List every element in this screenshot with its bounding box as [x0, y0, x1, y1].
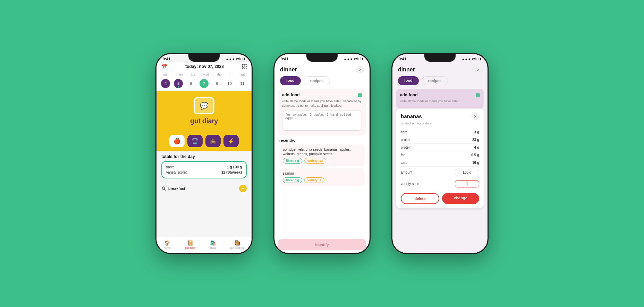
action-btn-poop[interactable]: 💩	[205, 135, 221, 147]
cal-day-sun: sun	[163, 73, 169, 76]
delete-button[interactable]: delete	[401, 193, 439, 204]
food-item-2[interactable]: salmon fibre: 0 g variety: 1	[279, 168, 365, 186]
close-button-3[interactable]: ×	[474, 66, 482, 73]
food-item-1[interactable]: porridge, kefir, chia seeds, bananas, ap…	[279, 144, 365, 166]
tab-food-2[interactable]: food	[280, 76, 301, 85]
status-icons-1: ▲▲▲ WiFi ▮	[226, 57, 245, 61]
date-10[interactable]: 10	[225, 79, 234, 88]
phone-2: 9:41 ▲▲▲ WiFi ▮ dinner × food recipes ad…	[273, 53, 371, 254]
nav-cooking[interactable]: 🥘 gut cooking	[230, 240, 244, 249]
qr-icon-3[interactable]: ▦	[475, 92, 480, 98]
close-button-2[interactable]: ×	[356, 66, 364, 73]
amount-row: amount 100 g	[401, 167, 479, 178]
date-4[interactable]: 4	[161, 79, 170, 88]
date-8[interactable]: 8	[212, 79, 221, 88]
product-close-button[interactable]: ×	[472, 113, 479, 120]
add-food-title-3: add food ▦	[400, 92, 480, 98]
time-1: 9:41	[163, 57, 170, 61]
bottom-nav: 🏠 home 📔 gut diary 🛍️ shop 🥘 gut cooking	[156, 237, 252, 253]
variety-label-p: variety score	[401, 182, 421, 186]
fibre-row: fibre: 1 g / 30 g	[166, 165, 242, 170]
tab-bar-2: food recipes	[274, 76, 370, 89]
hero-title: gut diary	[190, 117, 218, 125]
badge-row-1: fibre: 8 g variety: 23	[283, 158, 361, 164]
fibre-label-p: fibre	[401, 130, 407, 134]
date-6[interactable]: 6	[187, 79, 196, 88]
add-food-label: add food	[282, 93, 300, 97]
time-3: 9:41	[399, 57, 406, 61]
variety-label: variety score:	[166, 170, 187, 174]
nutrient-fat: fat 0.5 g	[401, 151, 479, 159]
battery-icon: ▮	[244, 57, 245, 61]
action-btn-trash[interactable]: 🗑️	[187, 135, 203, 147]
photo-icon[interactable]: 🖼	[242, 64, 247, 69]
food-input-2[interactable]	[282, 111, 362, 131]
protein1-value-p: 23 g	[472, 138, 479, 142]
breakfast-text: breakfast	[168, 186, 185, 191]
tab-bar-3: food recipes	[392, 76, 488, 89]
variety-row-p: variety score 1	[401, 178, 479, 190]
nav-shop[interactable]: 🛍️ shop	[210, 240, 216, 249]
protein2-label-p: protein	[401, 146, 412, 149]
header-bar-1: 📅 today: nov 07, 2023 🖼	[156, 62, 252, 71]
product-subtitle: product or recipe data	[401, 122, 479, 125]
hero-section: 💬 gut diary	[156, 91, 252, 131]
nav-diary-label: gut diary	[185, 246, 196, 249]
battery-icon-3: ▮	[480, 57, 481, 61]
nav-home[interactable]: 🏠 home	[164, 240, 171, 249]
calendar-icon[interactable]: 📅	[161, 64, 167, 69]
nav-shop-label: shop	[210, 246, 216, 249]
product-name: bananas	[401, 113, 422, 119]
signal-icon-3: ▲▲▲	[461, 57, 471, 61]
action-btn-energy[interactable]: ⚡	[223, 135, 239, 147]
tab-food-3[interactable]: food	[398, 76, 419, 85]
fat-label-p: fat	[401, 153, 405, 157]
change-button[interactable]: change	[442, 193, 479, 204]
variety-input[interactable]: 1	[455, 180, 479, 187]
nutrient-carb: carb 16 g	[401, 159, 479, 167]
phone-3: 9:41 ▲▲▲ WiFi ▮ dinner × food recipes ad…	[391, 53, 489, 254]
signal-icon: ▲▲▲	[226, 57, 235, 61]
food-item-name-2: salmon	[283, 171, 361, 176]
tab-recipes-2[interactable]: recipes	[304, 76, 330, 85]
nutrient-fibre: fibre 3 g	[401, 129, 479, 136]
date-5[interactable]: 5	[174, 79, 183, 88]
add-meal-button[interactable]: +	[239, 185, 247, 192]
carb-value-p: 16 g	[472, 161, 479, 165]
badge-row-2: fibre: 0 g variety: 1	[283, 177, 361, 183]
nav-gut-diary[interactable]: 📔 gut diary	[185, 240, 196, 249]
fibre-label: fibre:	[166, 165, 174, 169]
date-11[interactable]: 11	[238, 79, 247, 88]
amount-input[interactable]: 100 g	[455, 169, 479, 176]
modal-title-2: dinner	[280, 67, 297, 73]
breakfast-row: 🍳 breakfast +	[156, 182, 252, 195]
calendar-days: sun mon tue wed thu fri sat	[156, 71, 252, 78]
modal-header-2: dinner ×	[274, 62, 370, 76]
variety-value: 12 (30/week)	[221, 170, 242, 174]
modal-header-3: dinner ×	[392, 62, 488, 76]
action-btn-food[interactable]: 🍎	[169, 135, 185, 147]
add-food-desc-3: write all the foods or meals you have ea…	[400, 99, 480, 104]
breakfast-label: 🍳 breakfast	[161, 186, 185, 191]
date-7[interactable]: 7	[200, 79, 209, 88]
wifi-icon-3: WiFi	[472, 57, 478, 61]
protein2-value-p: 4 g	[474, 146, 479, 149]
breakfast-icon: 🍳	[161, 186, 166, 191]
status-icons-3: ▲▲▲ WiFi ▮	[461, 57, 481, 61]
product-modal-header: bananas ×	[401, 113, 479, 120]
nav-cooking-label: gut cooking	[230, 246, 244, 249]
home-icon: 🏠	[164, 240, 170, 246]
identify-button-2[interactable]: identify	[278, 239, 366, 250]
qr-icon-2[interactable]: ▦	[357, 92, 362, 98]
action-icons-row: 🍎 🗑️ 💩 ⚡	[156, 131, 252, 151]
variety-badge-2: variety: 1	[304, 177, 324, 183]
fibre-badge-2: fibre: 0 g	[283, 177, 302, 183]
signal-icon-2: ▲▲▲	[344, 57, 353, 61]
nutrient-protein2: protein 4 g	[401, 144, 479, 151]
variety-row: variety score: 12 (30/week)	[166, 170, 242, 175]
action-buttons-row: delete change	[401, 193, 479, 204]
diary-icon: 📔	[187, 240, 193, 246]
calendar-dates: 4 5 6 7 8 10 11	[156, 78, 252, 91]
wifi-icon-2: WiFi	[354, 57, 361, 61]
tab-recipes-3[interactable]: recipes	[422, 76, 448, 85]
